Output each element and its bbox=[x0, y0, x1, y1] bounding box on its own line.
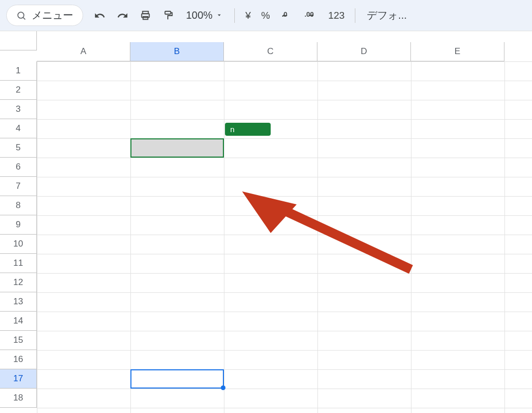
font-dropdown[interactable]: デフォ... bbox=[362, 8, 412, 22]
named-range-highlight bbox=[130, 138, 224, 158]
svg-rect-5 bbox=[165, 11, 171, 14]
row-header-12[interactable]: 12 bbox=[0, 273, 37, 292]
row-header-13[interactable]: 13 bbox=[0, 292, 37, 312]
row-header-6[interactable]: 6 bbox=[0, 158, 37, 177]
svg-point-0 bbox=[18, 12, 24, 18]
svg-rect-4 bbox=[143, 16, 148, 19]
row-header-9[interactable]: 9 bbox=[0, 215, 37, 235]
print-button[interactable] bbox=[135, 5, 156, 26]
decrease-decimal-button[interactable]: .0 bbox=[276, 5, 298, 26]
percent-button[interactable]: % bbox=[257, 5, 274, 26]
column-headers: ABCDE bbox=[0, 42, 532, 61]
row-header-1[interactable]: 1 bbox=[0, 61, 37, 81]
svg-marker-10 bbox=[242, 191, 297, 233]
named-range-tooltip: n bbox=[225, 123, 271, 136]
column-header-a[interactable]: A bbox=[37, 42, 130, 61]
undo-button[interactable] bbox=[89, 5, 110, 26]
row-header-16[interactable]: 16 bbox=[0, 350, 37, 369]
menu-search[interactable]: メニュー bbox=[6, 5, 83, 26]
currency-button[interactable]: ¥ bbox=[241, 5, 255, 26]
svg-text:.0: .0 bbox=[282, 10, 287, 18]
svg-line-9 bbox=[265, 202, 411, 269]
sheet-area: ABCDE 123456789101112131415161718 n bbox=[0, 31, 532, 413]
svg-text:.00: .00 bbox=[304, 10, 314, 18]
column-header-d[interactable]: D bbox=[317, 42, 411, 61]
column-header-b[interactable]: B bbox=[130, 42, 224, 61]
row-header-17[interactable]: 17 bbox=[0, 369, 37, 389]
row-header-2[interactable]: 2 bbox=[0, 81, 37, 100]
column-header-e[interactable]: E bbox=[411, 42, 504, 61]
row-header-18[interactable]: 18 bbox=[0, 389, 37, 408]
separator bbox=[234, 8, 235, 23]
svg-line-1 bbox=[23, 17, 25, 19]
toolbar: メニュー 100% ¥ % .0 .00 123 デフォ... bbox=[0, 0, 532, 31]
search-icon bbox=[16, 10, 26, 21]
zoom-dropdown[interactable]: 100% bbox=[181, 9, 228, 21]
row-header-3[interactable]: 3 bbox=[0, 100, 37, 119]
active-cell bbox=[130, 369, 224, 389]
chevron-down-icon bbox=[216, 9, 223, 21]
row-header-14[interactable]: 14 bbox=[0, 312, 37, 331]
row-header-5[interactable]: 5 bbox=[0, 138, 37, 158]
annotation-arrow bbox=[234, 181, 421, 285]
redo-button[interactable] bbox=[112, 5, 133, 26]
row-header-4[interactable]: 4 bbox=[0, 119, 37, 138]
more-formats-button[interactable]: 123 bbox=[324, 5, 349, 26]
menu-label: メニュー bbox=[32, 8, 73, 22]
zoom-label: 100% bbox=[186, 9, 212, 21]
row-header-11[interactable]: 11 bbox=[0, 254, 37, 273]
paint-format-button[interactable] bbox=[158, 5, 179, 26]
row-header-15[interactable]: 15 bbox=[0, 331, 37, 350]
row-header-10[interactable]: 10 bbox=[0, 235, 37, 254]
increase-decimal-button[interactable]: .00 bbox=[300, 5, 322, 26]
column-header-c[interactable]: C bbox=[224, 42, 317, 61]
row-headers: 123456789101112131415161718 bbox=[0, 61, 37, 408]
row-header-8[interactable]: 8 bbox=[0, 196, 37, 215]
grid[interactable]: n bbox=[37, 61, 532, 413]
separator bbox=[355, 8, 355, 23]
row-header-7[interactable]: 7 bbox=[0, 177, 37, 196]
